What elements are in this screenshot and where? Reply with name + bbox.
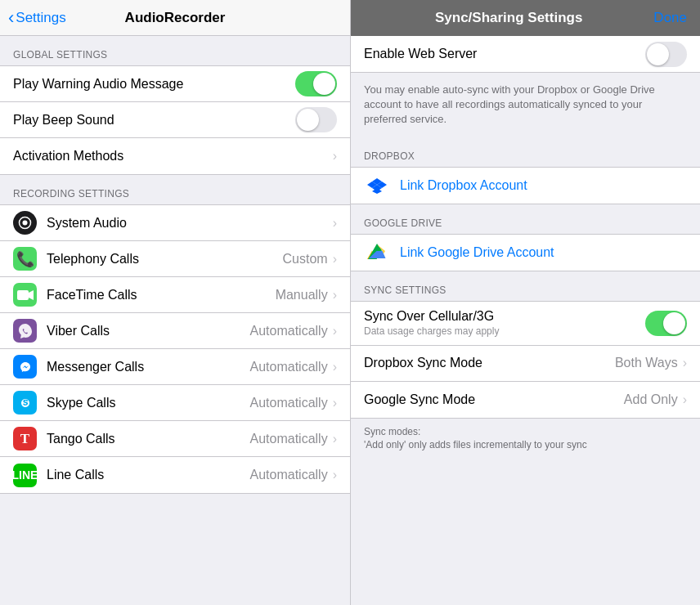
dropbox-sync-mode-chevron: › — [683, 356, 687, 370]
gdrive-link-label[interactable]: Link Google Drive Account — [400, 245, 554, 260]
svg-rect-2 — [17, 290, 29, 300]
facetime-chevron: › — [333, 288, 337, 302]
activation-methods-row[interactable]: Activation Methods › — [0, 138, 350, 174]
bottom-note: Sync modes:'Add only' only adds files in… — [351, 419, 700, 459]
tango-value: Automatically — [250, 432, 328, 446]
viber-chevron: › — [333, 324, 337, 338]
sync-cellular-toggle[interactable] — [645, 311, 687, 336]
play-beep-toggle[interactable] — [295, 107, 337, 132]
dropbox-sync-mode-value: Both Ways — [615, 356, 678, 370]
global-section-header: GLOBAL SETTINGS — [0, 36, 350, 65]
tango-icon: T — [13, 427, 37, 450]
activation-methods-label: Activation Methods — [13, 149, 333, 164]
svg-point-1 — [23, 221, 28, 226]
messenger-chevron: › — [333, 360, 337, 374]
viber-icon — [13, 319, 37, 343]
right-scroll-area[interactable]: Enable Web Server You may enable auto-sy… — [351, 36, 700, 605]
left-nav-title: AudioRecorder — [125, 10, 226, 26]
telephony-icon: 📞 — [13, 247, 37, 271]
line-icon: LINE — [13, 464, 37, 487]
system-audio-label: System Audio — [47, 216, 333, 231]
web-server-toggle[interactable] — [645, 42, 687, 67]
gdrive-section-header: GOOGLE DRIVE — [351, 204, 700, 234]
dropbox-section-header: DROPBOX — [351, 137, 700, 167]
google-sync-mode-row[interactable]: Google Sync Mode Add Only › — [351, 382, 700, 418]
facetime-icon — [13, 283, 37, 307]
gdrive-icon — [364, 240, 390, 266]
telephony-value: Custom — [283, 252, 328, 267]
telephony-label: Telephony Calls — [47, 252, 283, 267]
messenger-icon — [13, 355, 37, 379]
play-beep-label: Play Beep Sound — [13, 113, 295, 128]
right-panel: Sync/Sharing Settings Done Enable Web Se… — [350, 0, 700, 605]
sync-cellular-knob — [663, 312, 685, 334]
system-audio-chevron: › — [333, 216, 337, 231]
messenger-value: Automatically — [250, 360, 328, 374]
messenger-label: Messenger Calls — [47, 360, 250, 374]
sync-info-text: You may enable auto-sync with your Dropb… — [351, 73, 700, 137]
line-value: Automatically — [250, 468, 328, 482]
skype-value: Automatically — [250, 396, 328, 410]
back-button[interactable]: ‹ Settings — [8, 9, 66, 27]
back-label: Settings — [16, 10, 65, 26]
left-panel: ‹ Settings AudioRecorder GLOBAL SETTINGS… — [0, 0, 350, 605]
web-server-row[interactable]: Enable Web Server — [351, 36, 700, 72]
facetime-calls-row[interactable]: FaceTime Calls Manually › — [0, 277, 350, 313]
dropbox-link-row[interactable]: Link Dropbox Account — [351, 168, 700, 204]
tango-calls-row[interactable]: T Tango Calls Automatically › — [0, 421, 350, 457]
dropbox-icon — [364, 173, 390, 199]
tango-chevron: › — [333, 432, 337, 446]
skype-icon — [13, 391, 37, 415]
dropbox-section: Link Dropbox Account — [351, 167, 700, 204]
dropbox-sync-mode-label: Dropbox Sync Mode — [364, 356, 615, 370]
play-warning-row[interactable]: Play Warning Audio Message — [0, 66, 350, 102]
sync-cellular-label: Sync Over Cellular/3G — [364, 309, 645, 324]
web-server-label: Enable Web Server — [364, 47, 645, 61]
sync-settings-section: Sync Over Cellular/3G Data usage charges… — [351, 301, 700, 419]
gdrive-section: Link Google Drive Account — [351, 234, 700, 271]
web-server-section: Enable Web Server — [351, 36, 700, 73]
system-audio-row[interactable]: System Audio › — [0, 205, 350, 241]
line-calls-row[interactable]: LINE Line Calls Automatically › — [0, 457, 350, 493]
back-chevron-icon: ‹ — [8, 9, 14, 27]
web-server-toggle-knob — [647, 43, 669, 65]
viber-label: Viber Calls — [47, 324, 250, 338]
gdrive-link-row[interactable]: Link Google Drive Account — [351, 235, 700, 271]
skype-chevron: › — [333, 396, 337, 410]
play-beep-row[interactable]: Play Beep Sound — [0, 102, 350, 138]
google-sync-mode-chevron: › — [683, 392, 687, 407]
svg-marker-3 — [29, 290, 34, 300]
viber-value: Automatically — [250, 324, 328, 338]
line-chevron: › — [333, 468, 337, 482]
skype-label: Skype Calls — [47, 396, 250, 410]
done-button[interactable]: Done — [653, 10, 687, 26]
dropbox-sync-mode-row[interactable]: Dropbox Sync Mode Both Ways › — [351, 346, 700, 382]
recording-settings-section: System Audio › 📞 Telephony Calls Custom … — [0, 204, 350, 494]
line-label: Line Calls — [47, 468, 250, 482]
tango-label: Tango Calls — [47, 432, 250, 446]
messenger-calls-row[interactable]: Messenger Calls Automatically › — [0, 349, 350, 385]
dropbox-link-label[interactable]: Link Dropbox Account — [400, 178, 527, 193]
sync-cellular-sublabel: Data usage charges may apply — [364, 325, 645, 337]
recording-section-header: RECORDING SETTINGS — [0, 175, 350, 204]
sync-cellular-row[interactable]: Sync Over Cellular/3G Data usage charges… — [351, 302, 700, 346]
google-sync-mode-label: Google Sync Mode — [364, 392, 624, 407]
global-settings-section: Play Warning Audio Message Play Beep Sou… — [0, 65, 350, 175]
google-sync-mode-value: Add Only — [624, 392, 678, 407]
activation-methods-chevron: › — [333, 149, 337, 164]
facetime-value: Manually — [276, 288, 328, 302]
toggle-knob-beep — [297, 109, 319, 131]
left-nav-bar: ‹ Settings AudioRecorder — [0, 0, 350, 36]
play-warning-label: Play Warning Audio Message — [13, 77, 295, 92]
play-warning-toggle[interactable] — [295, 71, 337, 96]
right-nav-bar: Sync/Sharing Settings Done — [351, 0, 700, 36]
right-nav-title: Sync/Sharing Settings — [364, 10, 653, 26]
viber-calls-row[interactable]: Viber Calls Automatically › — [0, 313, 350, 349]
telephony-chevron: › — [333, 252, 337, 267]
sync-section-header: SYNC SETTINGS — [351, 271, 700, 301]
telephony-calls-row[interactable]: 📞 Telephony Calls Custom › — [0, 241, 350, 277]
bottom-note-text: Sync modes:'Add only' only adds files in… — [364, 426, 587, 451]
system-audio-icon — [13, 211, 37, 235]
toggle-knob — [313, 73, 335, 95]
skype-calls-row[interactable]: Skype Calls Automatically › — [0, 385, 350, 421]
